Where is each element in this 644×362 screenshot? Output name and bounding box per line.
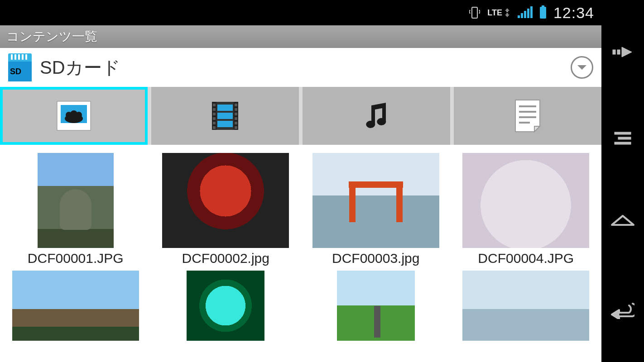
svg-rect-22 xyxy=(235,117,237,120)
svg-rect-13 xyxy=(213,104,216,106)
svg-rect-24 xyxy=(235,126,237,129)
sd-card-icon: SD xyxy=(8,53,32,81)
svg-rect-10 xyxy=(217,105,233,111)
svg-rect-19 xyxy=(235,104,237,106)
home-icon xyxy=(611,215,634,233)
recent-apps-button[interactable] xyxy=(609,38,636,66)
music-icon xyxy=(358,98,394,134)
svg-rect-16 xyxy=(213,117,216,120)
svg-rect-31 xyxy=(615,132,631,134)
network-icon: LTE xyxy=(487,8,510,17)
svg-rect-14 xyxy=(213,108,216,111)
file-name: DCF00002.jpg xyxy=(182,251,269,266)
file-name: DCF00004.JPG xyxy=(478,251,574,266)
back-icon xyxy=(611,301,634,319)
thumbnail xyxy=(38,153,114,248)
svg-rect-23 xyxy=(235,122,237,124)
svg-rect-33 xyxy=(615,142,631,144)
battery-icon xyxy=(540,7,546,19)
thumbnail xyxy=(312,153,439,248)
dropdown-button[interactable] xyxy=(571,56,593,79)
tab-docs[interactable] xyxy=(454,87,601,145)
recent-apps-icon xyxy=(612,44,634,60)
svg-rect-0 xyxy=(472,7,477,18)
thumbnail xyxy=(337,271,415,341)
tab-videos[interactable] xyxy=(151,87,299,145)
svg-rect-21 xyxy=(235,113,237,115)
page-title: コンテンツ一覧 xyxy=(6,28,97,45)
svg-rect-32 xyxy=(618,137,631,139)
svg-point-6 xyxy=(76,112,82,118)
file-item[interactable] xyxy=(157,271,295,341)
photos-icon xyxy=(56,98,92,134)
thumbnail xyxy=(462,271,589,341)
home-button[interactable] xyxy=(609,210,636,238)
clock: 12:34 xyxy=(553,4,594,22)
file-item[interactable]: DCF00004.JPG xyxy=(457,153,596,266)
file-item[interactable]: DCF00001.JPG xyxy=(6,153,145,266)
file-name: DCF00001.JPG xyxy=(28,251,124,266)
svg-rect-30 xyxy=(617,50,620,54)
svg-rect-15 xyxy=(213,113,216,115)
signal-icon xyxy=(518,7,533,18)
svg-rect-18 xyxy=(213,126,216,129)
thumbnail xyxy=(187,271,264,341)
file-item[interactable] xyxy=(307,271,445,341)
document-icon xyxy=(509,98,546,134)
file-item[interactable]: DCF00002.jpg xyxy=(157,153,295,266)
file-item[interactable] xyxy=(6,271,145,341)
thumbnail xyxy=(162,153,289,248)
status-bar: LTE 12:34 xyxy=(0,0,601,25)
location-title: SDカード xyxy=(40,55,562,80)
thumbnail xyxy=(12,271,139,341)
location-bar: SD SDカード xyxy=(0,48,601,87)
file-item[interactable] xyxy=(457,271,596,341)
vibrate-icon xyxy=(469,6,480,19)
chevron-down-icon xyxy=(576,62,588,73)
system-nav-bar xyxy=(601,0,644,362)
title-bar: コンテンツ一覧 xyxy=(0,25,601,48)
svg-rect-29 xyxy=(613,50,615,54)
back-button[interactable] xyxy=(609,296,636,324)
svg-rect-17 xyxy=(213,122,216,124)
menu-button[interactable] xyxy=(609,124,636,152)
tab-music[interactable] xyxy=(303,87,450,145)
svg-rect-12 xyxy=(217,121,233,127)
file-name: DCF00003.jpg xyxy=(332,251,419,266)
svg-rect-11 xyxy=(217,113,233,119)
menu-icon xyxy=(613,130,633,146)
tab-photos[interactable] xyxy=(0,87,148,145)
video-icon xyxy=(207,98,243,134)
thumbnail xyxy=(462,153,589,248)
file-grid[interactable]: DCF00001.JPG DCF00002.jpg DCF00003.jpg D… xyxy=(0,145,601,362)
category-tabs xyxy=(0,87,601,145)
file-item[interactable]: DCF00003.jpg xyxy=(307,153,445,266)
svg-rect-20 xyxy=(235,108,237,111)
